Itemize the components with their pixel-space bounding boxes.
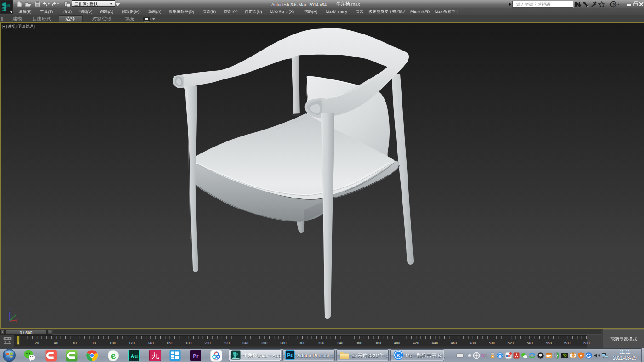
svg-text:Ps: Ps <box>287 353 293 358</box>
svg-text:100: 100 <box>109 341 116 345</box>
svg-text:0: 0 <box>17 341 19 345</box>
svg-text:220: 220 <box>224 341 230 345</box>
svg-text:440: 440 <box>432 341 438 345</box>
svg-text:360: 360 <box>356 341 362 345</box>
svg-text:120: 120 <box>129 341 135 345</box>
svg-text:240: 240 <box>242 341 249 345</box>
svg-text:20: 20 <box>35 341 39 345</box>
svg-text:?: ? <box>612 2 615 7</box>
svg-text:N: N <box>481 353 485 358</box>
svg-text:600: 600 <box>583 341 590 345</box>
svg-text:420: 420 <box>413 341 420 345</box>
svg-text:520: 520 <box>508 341 514 345</box>
svg-text:K: K <box>397 353 400 358</box>
svg-text:140: 140 <box>148 341 154 345</box>
svg-text:300: 300 <box>299 341 305 345</box>
svg-text:380: 380 <box>375 341 381 345</box>
svg-text:280: 280 <box>280 341 287 345</box>
svg-text:z: z <box>9 306 11 311</box>
svg-text:Au: Au <box>131 353 138 359</box>
svg-text:K: K <box>499 354 501 358</box>
svg-text:320: 320 <box>318 341 325 345</box>
svg-text:180: 180 <box>185 341 192 345</box>
svg-text:540: 540 <box>527 341 533 345</box>
svg-text:560: 560 <box>546 341 552 345</box>
svg-text:Pr: Pr <box>193 353 199 359</box>
svg-text:400: 400 <box>394 341 400 345</box>
svg-text:80: 80 <box>92 341 96 345</box>
svg-text:60: 60 <box>73 341 77 345</box>
svg-text:500: 500 <box>489 341 495 345</box>
svg-text:340: 340 <box>337 341 344 345</box>
svg-text:480: 480 <box>470 341 476 345</box>
svg-text:260: 260 <box>261 341 268 345</box>
svg-text:460: 460 <box>451 341 457 345</box>
svg-text:40: 40 <box>54 341 58 345</box>
svg-text:200: 200 <box>204 341 211 345</box>
svg-text:580: 580 <box>564 341 571 345</box>
svg-text:160: 160 <box>167 341 173 345</box>
